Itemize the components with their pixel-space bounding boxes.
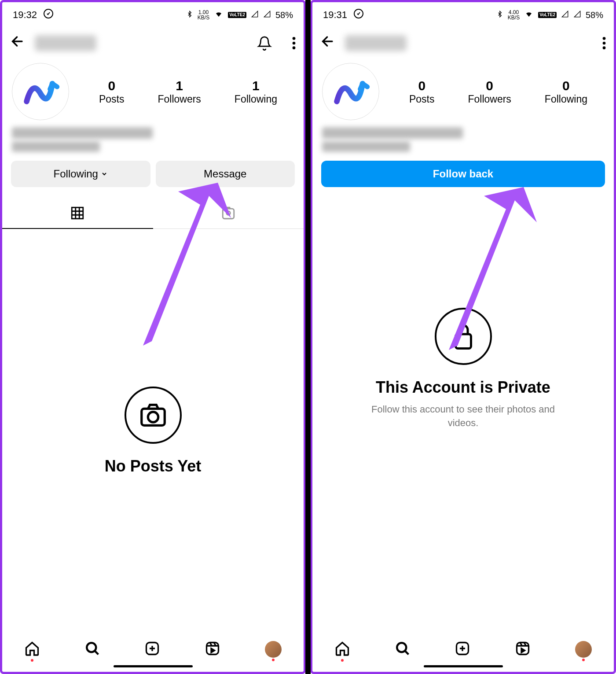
empty-no-posts: No Posts Yet (2, 229, 304, 633)
notifications-icon[interactable] (257, 36, 272, 51)
bluetooth-icon (496, 9, 503, 21)
nav-profile[interactable] (575, 641, 592, 658)
bottom-nav (312, 633, 614, 663)
status-time: 19:32 (13, 9, 37, 21)
status-bar: 19:32 1.00 KB/S VoLTE2 58% (2, 2, 304, 28)
profile-avatar[interactable] (12, 63, 69, 120)
follow-back-button[interactable]: Follow back (321, 161, 605, 187)
lte-badge: VoLTE2 (538, 12, 557, 18)
svg-rect-16 (455, 334, 471, 349)
tagged-tab[interactable] (153, 198, 304, 228)
app-header (2, 28, 304, 59)
signal-icon-1 (561, 11, 569, 19)
wifi-icon (214, 10, 224, 20)
lte-badge: VoLTE2 (228, 12, 246, 18)
svg-point-8 (148, 412, 158, 422)
nav-search[interactable] (395, 641, 411, 658)
gesture-bar (114, 665, 193, 667)
svg-point-14 (603, 42, 606, 45)
chevron-down-icon (101, 168, 108, 180)
tabs (2, 198, 304, 229)
svg-point-15 (603, 46, 606, 49)
phone-right: 19:31 4.00 KB/S VoLTE2 58% (310, 0, 616, 674)
profile-row: 0 Posts 1 Followers 1 Following (2, 59, 304, 125)
private-title: This Account is Private (376, 378, 550, 397)
svg-rect-5 (223, 209, 234, 219)
bottom-nav (2, 633, 304, 663)
app-header (312, 28, 614, 59)
network-speed: 1.00 KB/S (198, 10, 209, 20)
svg-rect-4 (72, 207, 84, 219)
message-button[interactable]: Message (156, 161, 295, 187)
status-time: 19:31 (323, 9, 347, 21)
svg-point-6 (227, 211, 231, 215)
camera-circle-icon (125, 387, 182, 444)
nav-create[interactable] (144, 641, 160, 658)
network-speed: 4.00 KB/S (508, 10, 520, 20)
nav-home[interactable] (24, 641, 40, 658)
gesture-bar (424, 665, 503, 667)
signal-icon-1 (251, 11, 259, 19)
stat-followers[interactable]: 1 Followers (158, 78, 201, 105)
stat-followers[interactable]: 0 Followers (468, 78, 511, 105)
username-redacted (35, 35, 96, 51)
signal-icon-2 (573, 11, 581, 19)
svg-point-17 (397, 643, 406, 652)
phone-left: 19:32 1.00 KB/S VoLTE2 58% (0, 0, 306, 674)
bluetooth-icon (186, 9, 193, 21)
more-options-icon[interactable] (292, 36, 296, 51)
status-bar: 19:31 4.00 KB/S VoLTE2 58% (312, 2, 614, 28)
username-redacted (345, 35, 407, 51)
wifi-icon (524, 10, 534, 20)
private-subtitle: Follow this account to see their photos … (371, 403, 556, 430)
no-posts-title: No Posts Yet (105, 457, 201, 475)
grid-tab[interactable] (2, 198, 153, 228)
bio-redacted (2, 125, 304, 155)
nav-reels[interactable] (515, 641, 531, 658)
bio-redacted (312, 125, 614, 155)
back-icon[interactable] (10, 34, 25, 52)
svg-point-3 (293, 46, 296, 49)
svg-point-1 (293, 37, 296, 40)
battery-text: 58% (586, 10, 603, 20)
following-button[interactable]: Following (11, 161, 150, 187)
stat-following[interactable]: 0 Following (545, 78, 587, 105)
profile-row: 0 Posts 0 Followers 0 Following (312, 59, 614, 125)
lock-circle-icon (435, 308, 492, 365)
task-clock-icon (353, 8, 364, 22)
profile-avatar[interactable] (322, 63, 379, 120)
nav-profile[interactable] (265, 641, 282, 658)
nav-search[interactable] (84, 641, 100, 658)
signal-icon-2 (263, 11, 271, 19)
nav-home[interactable] (334, 641, 350, 658)
center-divider (305, 0, 311, 674)
back-icon[interactable] (320, 34, 335, 52)
battery-text: 58% (275, 10, 293, 20)
stat-posts[interactable]: 0 Posts (99, 78, 125, 105)
stat-following[interactable]: 1 Following (235, 78, 277, 105)
private-account-state: This Account is Private Follow this acco… (312, 193, 614, 633)
stat-posts[interactable]: 0 Posts (409, 78, 435, 105)
task-clock-icon (43, 8, 54, 22)
nav-create[interactable] (455, 641, 470, 658)
more-options-icon[interactable] (602, 36, 606, 51)
nav-reels[interactable] (205, 641, 220, 658)
svg-point-13 (603, 37, 606, 40)
svg-point-9 (87, 643, 96, 652)
svg-point-2 (293, 42, 296, 45)
